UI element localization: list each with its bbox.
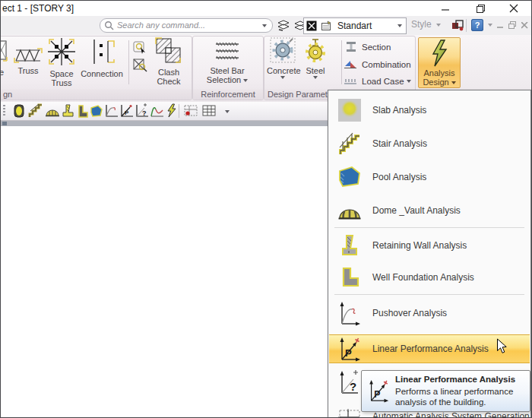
ribbon-button-concrete[interactable]: Concrete (267, 36, 299, 79)
steel-label: Steel (300, 66, 331, 75)
truss-icon (14, 44, 43, 64)
linear-performance-tool-icon[interactable]: P (119, 103, 135, 119)
svg-text:?: ? (142, 109, 147, 117)
dome-icon (337, 198, 363, 223)
close-button[interactable] (499, 1, 529, 16)
style-arrow-icon (436, 24, 441, 27)
analysis-table-icon (337, 404, 363, 418)
menu-item-label: Pushover Analysis (372, 308, 447, 318)
clash-picker-icon (132, 57, 147, 72)
analysis-design-menu: Slab Analysis Stair Analysis Pool Analys… (328, 90, 531, 418)
area-picker-icon (132, 40, 147, 55)
ribbon-button-partial[interactable]: e (0, 36, 8, 77)
canvas-corner-icon (2, 122, 7, 125)
load-case-icon (344, 77, 357, 86)
search-input[interactable]: Search any command... (100, 18, 273, 33)
child-minimize-button[interactable] (495, 20, 505, 30)
steel-bar-selection-label: Steel Bar Selection (207, 66, 245, 84)
ribbon-button-combination[interactable]: Combination (344, 59, 411, 70)
partial-button-label: e (0, 68, 8, 77)
pool-tool-icon[interactable] (89, 103, 104, 119)
help-arrow-icon[interactable] (488, 24, 492, 27)
menu-item-retaining-wall-analysis[interactable]: Retaining Wall Analysis (329, 229, 530, 262)
load-case-arrow-icon (407, 80, 411, 83)
menu-item-slab-analysis[interactable]: Slab Analysis (329, 93, 530, 127)
analysis-design-button[interactable]: Analysis Design (418, 37, 461, 88)
concrete-gear-icon (269, 36, 296, 64)
connection-label: Connection (78, 69, 125, 78)
clash-check-label: Clash Check (150, 68, 187, 86)
style-dropdown[interactable]: Style (411, 19, 441, 30)
standard-combo[interactable]: Standart (303, 17, 407, 34)
toolbar-options-icon[interactable] (225, 110, 230, 113)
ribbon-button-section[interactable]: Section (345, 41, 391, 52)
mouse-cursor-icon (496, 338, 507, 354)
linear-performance-chart-icon: P (366, 378, 391, 403)
help-label: ? (475, 21, 480, 30)
quick-access-toolbar: Search any command... Standart Style (1, 16, 531, 36)
clash-check-icon (154, 36, 183, 65)
slab-tool-icon[interactable] (11, 103, 27, 119)
restore-button[interactable] (467, 1, 493, 16)
analysis-bolt-tool-icon[interactable] (164, 103, 179, 119)
toolbar-grip[interactable] (3, 105, 5, 117)
analysis-design-label: Analysis Design (423, 68, 454, 87)
pushover-chart-icon (337, 300, 363, 326)
combination-label: Combination (362, 60, 411, 69)
ribbon-button-clash-check[interactable]: Clash Check (150, 36, 187, 86)
minimize-icon (441, 4, 450, 13)
menu-item-pool-analysis[interactable]: Pool Analysis (329, 160, 530, 194)
frame-icon (0, 36, 8, 65)
retaining-wall-icon (337, 233, 363, 258)
standard-combo-arrow-icon[interactable] (397, 24, 402, 27)
standard-combo-value: Standart (337, 21, 372, 31)
group-inner-separator (128, 40, 129, 84)
menu-separator (334, 294, 524, 295)
retaining-wall-tool-icon[interactable] (60, 103, 75, 119)
menu-item-label: Stair Analysis (372, 138, 427, 149)
style-settings-icon[interactable] (451, 20, 467, 34)
mini-clash-select-button[interactable] (132, 57, 147, 75)
result-table-tool-icon[interactable] (183, 103, 198, 119)
child-close-button[interactable] (519, 20, 530, 30)
menu-item-dome-vault-analysis[interactable]: Dome _Vault Analysis (329, 194, 530, 227)
dome-tool-icon[interactable] (45, 103, 60, 119)
toolbar-separator (466, 19, 467, 32)
load-case-label: Load Case (362, 77, 404, 86)
ribbon-button-space-truss[interactable]: Space Truss (45, 36, 78, 87)
mini-select-button[interactable] (132, 40, 147, 59)
menu-item-label: Automatic Analysis System Generation (372, 411, 530, 418)
checked-box-icon (306, 21, 317, 31)
menu-item-pushover-analysis[interactable]: Pushover Analysis (329, 296, 530, 330)
search-dropdown-icon[interactable] (262, 24, 267, 27)
grid-table-tool-icon[interactable] (201, 103, 217, 119)
child-restore-button[interactable] (507, 20, 518, 30)
steel-bar-selection-icon (211, 41, 244, 64)
well-foundation-tool-icon[interactable] (75, 103, 90, 119)
menu-item-stair-analysis[interactable]: Stair Analysis (329, 127, 530, 160)
stair-tool-icon[interactable] (28, 103, 43, 119)
group-label-reinforcement: Reinforcement (193, 89, 263, 100)
pool-icon (337, 164, 363, 190)
menu-item-well-foundation-analysis[interactable]: Well Foundation Analysis (329, 261, 530, 294)
svg-text:P: P (345, 347, 352, 359)
question-analysis-tool-icon[interactable]: ? (135, 103, 150, 119)
search-placeholder: Search any command... (117, 21, 205, 30)
menu-item-label: Well Foundation Analysis (372, 272, 474, 283)
spectrum-curve-tool-icon[interactable] (150, 103, 165, 119)
ribbon-button-connection[interactable]: Connection (78, 36, 125, 78)
connection-icon (85, 36, 119, 67)
child-restore-icon (508, 21, 516, 29)
minimize-button[interactable] (432, 1, 458, 16)
ribbon-button-steel[interactable]: Steel (300, 36, 331, 79)
help-button[interactable]: ? (471, 19, 483, 31)
layers-back-icon[interactable] (276, 18, 291, 33)
ribbon-button-load-case[interactable]: Load Case (344, 76, 411, 86)
svg-text:P: P (125, 109, 129, 116)
ribbon-button-steel-bar-selection[interactable]: Steel Bar Selection (195, 36, 259, 84)
ribbon-button-truss[interactable]: Truss (11, 36, 45, 75)
pushover-tool-icon[interactable] (104, 103, 119, 119)
child-minimize-icon (497, 22, 504, 29)
lightning-bolt-icon (430, 40, 448, 67)
group-label-design: gn (0, 89, 192, 100)
